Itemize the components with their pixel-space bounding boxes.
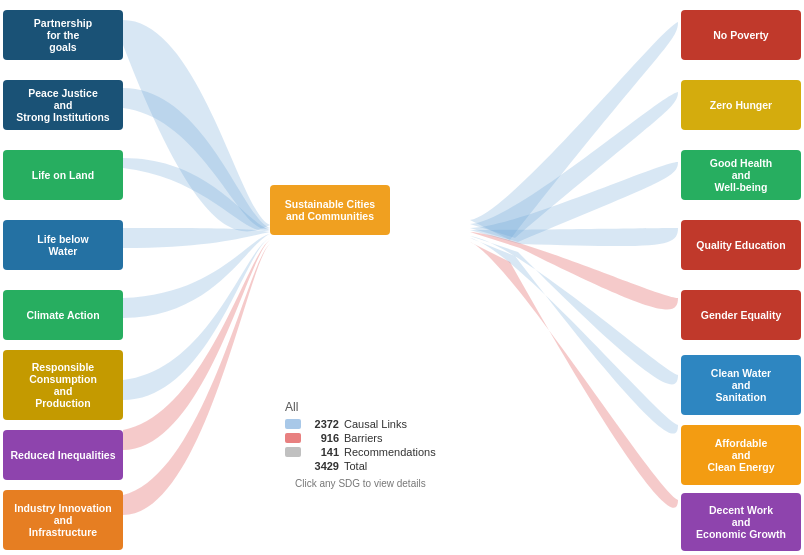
center-node[interactable]: Sustainable Cities and Communities (270, 185, 390, 235)
legend-item-barriers: 916 Barriers (285, 432, 436, 444)
sdg-zero-hunger[interactable]: Zero Hunger (681, 80, 801, 130)
sdg-no-poverty[interactable]: No Poverty (681, 10, 801, 60)
sdg-label: ResponsibleConsumptionandProduction (29, 361, 97, 409)
sdg-decent-work[interactable]: Decent WorkandEconomic Growth (681, 493, 801, 551)
sdg-reduced-inequalities[interactable]: Reduced Inequalities (3, 430, 123, 480)
sdg-life-on-land[interactable]: Life on Land (3, 150, 123, 200)
sdg-responsible-consumption[interactable]: ResponsibleConsumptionandProduction (3, 350, 123, 420)
sdg-label: AffordableandClean Energy (707, 437, 774, 473)
causal-label: Causal Links (344, 418, 407, 430)
main-container: .link-blue { fill: rgba(100,160,210,0.25… (0, 0, 804, 555)
sdg-label: Gender Equality (701, 309, 782, 321)
sdg-label: Good HealthandWell-being (710, 157, 772, 193)
center-label: Sustainable Cities and Communities (276, 198, 384, 222)
sdg-good-health[interactable]: Good HealthandWell-being (681, 150, 801, 200)
sdg-label: Peace JusticeandStrong Institutions (16, 87, 109, 123)
legend: All 2372 Causal Links 916 Barriers 141 R… (285, 400, 436, 489)
sdg-affordable-energy[interactable]: AffordableandClean Energy (681, 425, 801, 485)
sdg-label: Clean WaterandSanitation (711, 367, 771, 403)
legend-item-total: 3429 Total (285, 460, 436, 472)
sdg-label: Decent WorkandEconomic Growth (696, 504, 786, 540)
sdg-label: Partnershipfor thegoals (34, 17, 92, 53)
sdg-label: Climate Action (26, 309, 99, 321)
sdg-label: Industry InnovationandInfrastructure (14, 502, 111, 538)
total-label: Total (344, 460, 367, 472)
sdg-industry-innovation[interactable]: Industry InnovationandInfrastructure (3, 490, 123, 550)
barriers-swatch (285, 433, 301, 443)
sdg-climate-action[interactable]: Climate Action (3, 290, 123, 340)
sdg-gender-equality[interactable]: Gender Equality (681, 290, 801, 340)
recommendations-swatch (285, 447, 301, 457)
total-count: 3429 (307, 460, 339, 472)
sdg-label: Zero Hunger (710, 99, 772, 111)
sdg-label: Reduced Inequalities (10, 449, 115, 461)
sdg-life-below-water[interactable]: Life belowWater (3, 220, 123, 270)
causal-count: 2372 (307, 418, 339, 430)
legend-item-recommendations: 141 Recommendations (285, 446, 436, 458)
legend-footer: Click any SDG to view details (285, 478, 436, 489)
barriers-label: Barriers (344, 432, 383, 444)
legend-item-causal: 2372 Causal Links (285, 418, 436, 430)
legend-title: All (285, 400, 436, 414)
sdg-partnership[interactable]: Partnershipfor thegoals (3, 10, 123, 60)
recommendations-label: Recommendations (344, 446, 436, 458)
barriers-count: 916 (307, 432, 339, 444)
sdg-peace-justice[interactable]: Peace JusticeandStrong Institutions (3, 80, 123, 130)
sdg-label: No Poverty (713, 29, 768, 41)
recommendations-count: 141 (307, 446, 339, 458)
sdg-quality-education[interactable]: Quality Education (681, 220, 801, 270)
sdg-clean-water[interactable]: Clean WaterandSanitation (681, 355, 801, 415)
sdg-label: Life belowWater (37, 233, 88, 257)
causal-swatch (285, 419, 301, 429)
sdg-label: Life on Land (32, 169, 94, 181)
sdg-label: Quality Education (696, 239, 785, 251)
total-swatch (285, 461, 301, 471)
